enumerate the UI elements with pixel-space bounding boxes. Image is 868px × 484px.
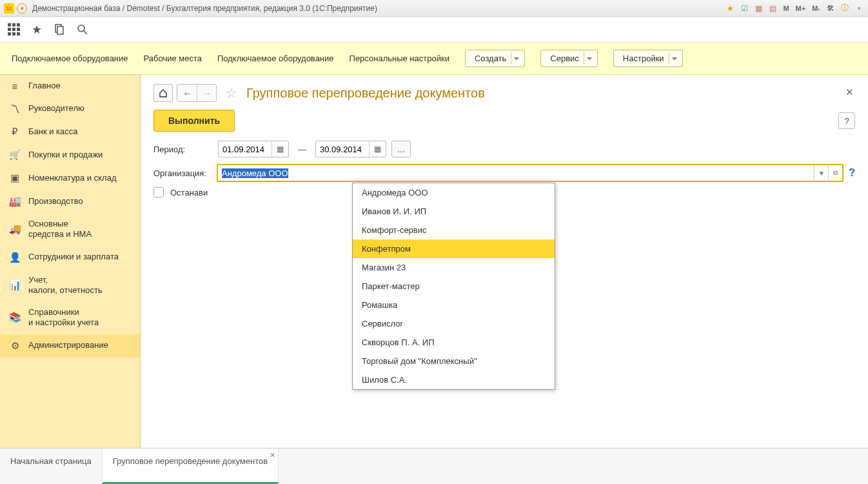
dropdown-item[interactable]: Шилов С.А. — [353, 370, 555, 389]
calendar-to-icon[interactable]: ▦ — [369, 141, 386, 157]
sidebar-item-0[interactable]: ≡Главное — [0, 75, 140, 97]
dropdown-item[interactable]: Андромеда ООО — [353, 183, 555, 202]
footer-tabs: Начальная страница Групповое перепроведе… — [0, 448, 868, 484]
organization-row: Организация: ▼ ⧉ ? — [153, 164, 855, 182]
separator-icon: ▾ — [854, 3, 864, 14]
sidebar-item-label: Сотрудники и зарплата — [28, 252, 119, 262]
sidebar-item-9[interactable]: 📚Справочники и настройки учета — [0, 301, 140, 334]
boxes-icon: ▣ — [9, 172, 21, 184]
titlebar-tools: ★ ☑ ▦ ▤ M M+ M- 🛠 ⓘ ▾ — [725, 3, 864, 14]
organization-label: Организация: — [153, 168, 213, 178]
period-picker-button[interactable]: … — [391, 141, 411, 157]
sidebar-item-label: Руководителю — [28, 103, 84, 114]
organization-dropdown: Андромеда ОООИванов И. И. ИПКомфорт-серв… — [352, 183, 555, 390]
organization-input[interactable] — [218, 165, 814, 181]
memory-m-button[interactable]: M — [782, 5, 790, 12]
cmd-link-pluggable-equipment-2[interactable]: Подключаемое оборудование — [217, 54, 334, 63]
tab-close-icon[interactable]: ✕ — [270, 451, 275, 459]
tool-row: ★ — [0, 17, 868, 43]
clipboard-icon[interactable] — [54, 24, 65, 35]
trend-icon: 〽 — [9, 103, 21, 114]
dropdown-circle-icon[interactable]: ▾ — [17, 3, 27, 14]
page-title: Групповое перепроведение документов — [246, 86, 485, 101]
sidebar-item-label: Главное — [28, 81, 61, 91]
sidebar-item-label: Покупки и продажи — [28, 150, 103, 160]
menu-grid-icon[interactable] — [8, 23, 20, 35]
period-row: Период: ▦ — ▦ … — [153, 141, 855, 157]
sidebar-item-1[interactable]: 〽Руководителю — [0, 97, 140, 120]
date-to-box: ▦ — [315, 141, 386, 157]
calendar-from-icon[interactable]: ▦ — [271, 141, 288, 157]
title-bar: 1c ▾ Демонстрационная база / Demotest / … — [0, 0, 868, 17]
back-button[interactable]: ← — [177, 85, 197, 101]
sidebar-item-5[interactable]: 🏭Производство — [0, 190, 140, 213]
cmd-link-pluggable-equipment[interactable]: Подключаемое оборудование — [12, 54, 128, 63]
tab-home[interactable]: Начальная страница — [0, 449, 103, 484]
search-icon[interactable] — [77, 24, 88, 35]
settings-button-label: Настройки — [623, 54, 664, 63]
dropdown-item[interactable]: Ромашка — [353, 296, 555, 314]
favorite-star-outline-icon[interactable]: ☆ — [226, 85, 237, 101]
organization-open-icon[interactable]: ⧉ — [828, 165, 842, 181]
service-button-label: Сервис — [550, 54, 579, 63]
wrench-icon[interactable]: 🛠 — [825, 3, 836, 14]
sidebar-item-label: Учет, налоги, отчетность — [28, 275, 103, 296]
dropdown-item[interactable]: Сервислог — [353, 314, 555, 333]
sidebar-item-label: Справочники и настройки учета — [28, 307, 99, 328]
sidebar-item-4[interactable]: ▣Номенклатура и склад — [0, 166, 140, 190]
help-button[interactable]: ? — [838, 112, 855, 129]
bars-icon: ≡ — [9, 81, 21, 92]
checkbox-icon[interactable]: ☑ — [739, 3, 749, 14]
forward-button[interactable]: → — [197, 85, 216, 101]
dropdown-item[interactable]: Комфорт-сервис — [353, 221, 555, 239]
cmd-link-personal-settings[interactable]: Персональные настройки — [350, 54, 449, 63]
organization-help-link[interactable]: ? — [849, 167, 855, 179]
book-icon: 📚 — [9, 312, 21, 323]
sidebar-item-10[interactable]: ⚙Администрирование — [0, 334, 140, 358]
service-button[interactable]: Сервис — [540, 50, 598, 67]
organization-dropdown-icon[interactable]: ▼ — [814, 165, 828, 181]
calc-icon[interactable]: ▦ — [753, 3, 764, 14]
svg-point-2 — [78, 25, 84, 32]
sidebar-item-7[interactable]: 👤Сотрудники и зарплата — [0, 246, 140, 269]
period-dash: — — [298, 145, 306, 154]
cmd-link-workplaces[interactable]: Рабочие места — [144, 54, 202, 63]
create-button-label: Создать — [475, 54, 506, 63]
sidebar-item-label: Банк и касса — [28, 126, 78, 137]
dropdown-item[interactable]: Магазин 23 — [353, 258, 555, 277]
settings-button[interactable]: Настройки — [613, 50, 683, 67]
dropdown-item[interactable]: Паркет-мастер — [353, 277, 555, 296]
sidebar-item-8[interactable]: 📊Учет, налоги, отчетность — [0, 269, 140, 302]
date-to-input[interactable] — [316, 145, 369, 154]
dropdown-item[interactable]: Иванов И. И. ИП — [353, 202, 555, 221]
sidebar-item-6[interactable]: 🚚Основные средства и НМА — [0, 213, 140, 246]
organization-input-wrapper: ▼ ⧉ — [217, 164, 843, 182]
dropdown-item[interactable]: Конфетпром — [353, 239, 555, 258]
star-icon[interactable]: ★ — [32, 23, 42, 37]
cart-icon: 🛒 — [9, 149, 21, 161]
create-button[interactable]: Создать — [465, 50, 525, 67]
sidebar-item-3[interactable]: 🛒Покупки и продажи — [0, 143, 140, 166]
home-button[interactable] — [153, 84, 173, 102]
header-row: ← → ☆ Групповое перепроведение документо… — [153, 84, 855, 102]
favorite-star-icon[interactable]: ★ — [725, 3, 735, 14]
calendar-icon[interactable]: ▤ — [767, 3, 778, 14]
dropdown-item[interactable]: Скворцов П. А. ИП — [353, 333, 555, 352]
stop-label: Останави — [170, 188, 208, 197]
nav-back-forward: ← → — [177, 84, 217, 102]
execute-button[interactable]: Выполнить — [153, 110, 235, 132]
memory-mminus-button[interactable]: M- — [811, 5, 822, 12]
sidebar: ≡Главное〽Руководителю₽Банк и касса🛒Покуп… — [0, 75, 141, 448]
tab-current[interactable]: Групповое перепроведение документов ✕ — [103, 449, 279, 484]
dropdown-item[interactable]: Торговый дом "Комплексный" — [353, 352, 555, 370]
period-label: Период: — [153, 145, 213, 154]
date-from-input[interactable] — [219, 145, 271, 154]
memory-mplus-button[interactable]: M+ — [794, 5, 807, 12]
sidebar-item-2[interactable]: ₽Банк и касса — [0, 120, 140, 143]
plant-icon: 🏭 — [9, 196, 21, 207]
info-icon[interactable]: ⓘ — [840, 3, 850, 14]
execute-row: Выполнить ? — [153, 110, 855, 132]
truck-icon: 🚚 — [9, 223, 21, 235]
close-icon[interactable]: ✕ — [845, 86, 854, 98]
stop-checkbox[interactable] — [153, 187, 164, 197]
